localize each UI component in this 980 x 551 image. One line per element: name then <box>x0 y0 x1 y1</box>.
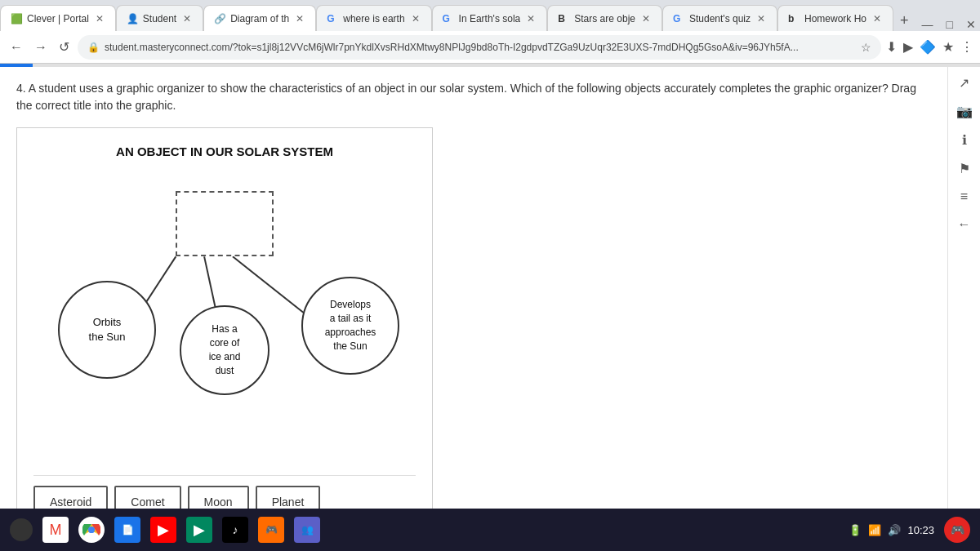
bookmark-icon[interactable]: ☆ <box>861 41 871 54</box>
tab-label-quiz: Student's quiz <box>689 13 751 24</box>
tab-label-diagram: Diagram of th <box>230 13 289 24</box>
tab-icon-clever: 🟩 <box>11 13 22 24</box>
page-content: 4. A student uses a graphic organizer to… <box>0 67 947 509</box>
answer-comet[interactable]: Comet <box>114 486 180 509</box>
node-core: Has a core of ice and dust <box>180 305 270 395</box>
taskbar-tiktok[interactable]: ♪ <box>222 517 248 543</box>
answer-options: Asteroid Comet Moon Planet <box>33 475 416 509</box>
tab-close-stars[interactable]: ✕ <box>640 13 652 24</box>
taskbar-gmail[interactable]: M <box>42 517 69 543</box>
tab-label-homework: Homework Ho <box>804 13 866 24</box>
tab-student[interactable]: 👤 Student ✕ <box>116 5 203 31</box>
close-button[interactable]: ✕ <box>960 18 980 31</box>
content-area: 4. A student uses a graphic organizer to… <box>0 67 980 509</box>
tab-clever[interactable]: 🟩 Clever | Portal ✕ <box>0 5 116 31</box>
answer-moon[interactable]: Moon <box>188 486 249 509</box>
taskbar-fivem[interactable]: 🎮 <box>258 517 284 543</box>
organizer-title: AN OBJECT IN OUR SOLAR SYSTEM <box>33 144 416 158</box>
tab-icon-earths-solar: G <box>443 13 454 24</box>
new-tab-button[interactable]: + <box>893 12 915 29</box>
taskbar-system: 🔋 📶 🔊 10:23 <box>849 524 934 536</box>
tab-close-quiz[interactable]: ✕ <box>755 13 767 24</box>
toolbar-icons: ⬇ ▶ 🔷 ★ ⋮ <box>886 39 973 55</box>
maximize-button[interactable]: □ <box>940 18 960 31</box>
minimize-button[interactable]: — <box>915 18 940 31</box>
forward-button[interactable]: → <box>31 37 51 58</box>
address-bar: ← → ↺ 🔒 student.masteryconnect.com/?tok=… <box>0 31 980 64</box>
menu-icon[interactable]: ≡ <box>960 189 968 204</box>
node-tail: Develops a tail as it approaches the Sun <box>301 277 399 375</box>
tab-icon-where-earth: G <box>327 13 338 24</box>
taskbar-time: 10:23 <box>907 524 934 536</box>
tab-label-earths-solar: In Earth's sola <box>459 13 521 24</box>
tab-label-clever: Clever | Portal <box>27 13 89 24</box>
question-body: A student uses a graphic organizer to sh… <box>16 82 916 112</box>
tab-where-earth[interactable]: G where is earth ✕ <box>316 5 431 31</box>
tab-close-diagram[interactable]: ✕ <box>294 13 305 24</box>
taskbar-mario[interactable]: 🎮 <box>944 517 970 543</box>
tab-close-where-earth[interactable]: ✕ <box>410 13 421 24</box>
question-text: 4. A student uses a graphic organizer to… <box>16 80 931 114</box>
more-icon[interactable]: ⋮ <box>960 39 973 55</box>
center-answer-box[interactable] <box>176 191 274 256</box>
download-icon[interactable]: ⬇ <box>886 39 897 55</box>
extensions-icon[interactable]: 🔷 <box>920 39 936 55</box>
tab-label-student: Student <box>143 13 176 24</box>
reload-button[interactable]: ↺ <box>56 36 73 58</box>
tab-close-earths-solar[interactable]: ✕ <box>525 13 537 24</box>
diagram-area: Orbits the Sun Has a core of ice and dus… <box>33 175 416 469</box>
back-button[interactable]: ← <box>7 37 26 58</box>
taskbar-chrome[interactable] <box>78 517 105 543</box>
tab-earths-solar[interactable]: G In Earth's sola ✕ <box>432 5 548 31</box>
tab-label-where-earth: where is earth <box>343 13 404 24</box>
tab-close-student[interactable]: ✕ <box>181 13 193 24</box>
taskbar-wifi: 📶 <box>868 524 881 536</box>
svg-point-5 <box>88 527 95 533</box>
tab-diagram[interactable]: 🔗 Diagram of th ✕ <box>203 5 316 31</box>
lock-icon: 🔒 <box>87 42 100 53</box>
tab-homework[interactable]: b Homework Ho ✕ <box>777 5 893 31</box>
answer-planet[interactable]: Planet <box>256 486 321 509</box>
tab-icon-student: 👤 <box>127 13 138 24</box>
question-number: 4. <box>16 82 26 95</box>
taskbar-youtube[interactable]: ▶ <box>150 517 176 543</box>
taskbar-os-button[interactable] <box>10 518 33 541</box>
collapse-icon[interactable]: ← <box>958 217 971 232</box>
organizer-container: AN OBJECT IN OUR SOLAR SYSTEM <box>16 127 433 509</box>
tab-quiz[interactable]: G Student's quiz ✕ <box>662 5 777 31</box>
taskbar-battery: 🔋 <box>849 524 862 536</box>
flag-icon[interactable]: ⚑ <box>959 161 970 176</box>
tab-icon-quiz: G <box>673 13 684 24</box>
favorites-icon[interactable]: ★ <box>942 39 954 55</box>
right-sidebar: ↗ 📷 ℹ ⚑ ≡ ← <box>947 67 980 509</box>
answer-asteroid[interactable]: Asteroid <box>33 486 108 509</box>
tab-icon-homework: b <box>788 13 800 24</box>
tab-close-homework[interactable]: ✕ <box>871 13 883 24</box>
taskbar-play[interactable]: ▶ <box>186 517 212 543</box>
info-icon[interactable]: ℹ <box>962 132 967 148</box>
tab-bar: 🟩 Clever | Portal ✕ 👤 Student ✕ 🔗 Diagra… <box>0 0 980 31</box>
expand-icon[interactable]: ↗ <box>959 75 969 91</box>
tab-stars[interactable]: B Stars are obje ✕ <box>547 5 662 31</box>
tab-icon-diagram: 🔗 <box>214 13 225 24</box>
camera-icon[interactable]: 📷 <box>956 104 973 119</box>
taskbar-volume: 🔊 <box>888 524 901 536</box>
tab-close-clever[interactable]: ✕ <box>94 13 105 24</box>
taskbar-docs[interactable]: 📄 <box>114 517 140 543</box>
tab-icon-stars: B <box>558 13 569 24</box>
node-orbits: Orbits the Sun <box>58 281 156 379</box>
taskbar: M 📄 ▶ ▶ ♪ 🎮 👥 <box>0 509 980 551</box>
taskbar-teams[interactable]: 👥 <box>294 517 320 543</box>
url-box[interactable]: 🔒 student.masteryconnect.com/?tok=s1jl8j… <box>78 35 881 60</box>
tab-label-stars: Stars are obje <box>574 13 635 24</box>
url-text: student.masteryconnect.com/?tok=s1jl8j12… <box>105 42 856 53</box>
profile-icon[interactable]: ▶ <box>903 39 913 55</box>
